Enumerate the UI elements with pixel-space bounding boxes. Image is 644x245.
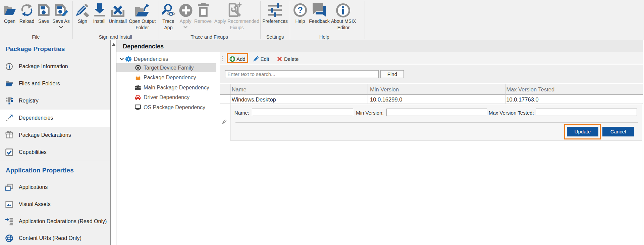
svg-text:?: ? [298, 5, 303, 15]
